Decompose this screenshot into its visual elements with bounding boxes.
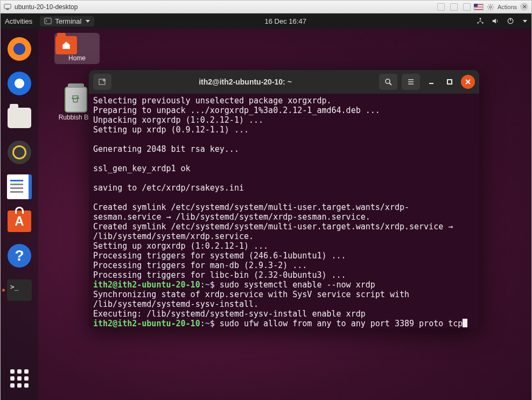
host-view-button-3[interactable]: [463, 3, 471, 11]
vm-window: ubuntu-20-10-desktop Actions ✕ Activitie…: [0, 0, 532, 400]
terminal-icon: [7, 279, 32, 301]
home-folder-icon: [55, 36, 77, 54]
clock[interactable]: 16 Dec 16:47: [94, 17, 477, 25]
us-flag-icon[interactable]: [474, 4, 484, 10]
maximize-button[interactable]: [443, 75, 457, 89]
app-menu-label: Terminal: [55, 17, 81, 25]
gnome-topbar: Activities Terminal 16 Dec 16:47: [1, 13, 531, 29]
actions-button[interactable]: Actions: [498, 4, 517, 10]
minimize-button[interactable]: [424, 75, 438, 89]
svg-line-8: [492, 9, 493, 9]
chevron-down-icon: [86, 20, 90, 23]
dock-terminal[interactable]: [5, 276, 33, 304]
svg-rect-26: [447, 80, 452, 84]
svg-point-20: [386, 79, 390, 83]
new-tab-button[interactable]: [93, 74, 111, 90]
chevron-down-icon: [523, 20, 527, 23]
dock-files[interactable]: [5, 104, 33, 132]
network-icon: [477, 17, 484, 25]
dock-firefox[interactable]: [5, 35, 33, 63]
host-titlebar[interactable]: ubuntu-20-10-desktop Actions ✕: [1, 1, 531, 13]
host-controls: Actions ✕: [435, 3, 528, 11]
svg-rect-11: [45, 18, 51, 24]
svg-rect-0: [4, 4, 11, 8]
desktop-home-label: Home: [55, 54, 99, 62]
terminal-title: ith2@ith2-ubuntu-20-10: ~: [116, 78, 375, 86]
svg-line-9: [488, 9, 489, 9]
dock-libreoffice-writer[interactable]: [5, 173, 33, 201]
dock-rhythmbox[interactable]: [5, 138, 33, 166]
svg-point-2: [489, 6, 492, 8]
volume-icon: [492, 17, 499, 25]
terminal-small-icon: [44, 17, 52, 25]
close-button[interactable]: [461, 75, 475, 89]
thunderbird-icon: [8, 72, 31, 95]
svg-line-10: [492, 4, 493, 5]
libreoffice-writer-icon: [7, 174, 32, 199]
svg-line-21: [389, 83, 391, 85]
gear-icon[interactable]: [487, 3, 494, 11]
host-view-button-2[interactable]: [450, 3, 458, 11]
host-close-button[interactable]: ✕: [520, 3, 528, 11]
vm-monitor-icon: [4, 3, 11, 11]
dock-thunderbird[interactable]: [5, 69, 33, 97]
svg-line-7: [488, 4, 489, 5]
dock-software[interactable]: [5, 207, 33, 235]
hamburger-icon: [407, 78, 415, 86]
search-icon: [384, 78, 393, 86]
terminal-window[interactable]: ith2@ith2-ubuntu-20-10: ~ Selecting prev…: [89, 70, 479, 328]
help-icon: ?: [8, 244, 31, 268]
activities-button[interactable]: Activities: [5, 17, 32, 25]
rhythmbox-icon: [8, 141, 31, 164]
host-view-button-1[interactable]: [437, 3, 445, 11]
desktop-home-icon[interactable]: Home: [54, 33, 100, 64]
show-applications-button[interactable]: [9, 368, 30, 389]
new-tab-icon: [98, 78, 107, 86]
ubuntu-software-icon: [8, 210, 31, 232]
power-icon: [507, 17, 514, 25]
host-title: ubuntu-20-10-desktop: [15, 3, 78, 11]
terminal-output[interactable]: Selecting previously unselected package …: [89, 94, 479, 328]
hamburger-menu-button[interactable]: [402, 74, 420, 90]
dock-help[interactable]: ?: [5, 242, 33, 270]
svg-rect-1: [6, 9, 9, 10]
search-button[interactable]: [379, 74, 397, 90]
files-icon: [8, 108, 31, 128]
dock: ?: [1, 29, 38, 400]
trash-icon: [65, 87, 87, 113]
terminal-titlebar[interactable]: ith2@ith2-ubuntu-20-10: ~: [89, 70, 479, 94]
firefox-icon: [8, 37, 31, 61]
system-status-area[interactable]: [477, 17, 527, 25]
desktop[interactable]: ? Home Rubbish Bin: [1, 29, 531, 400]
app-menu[interactable]: Terminal: [40, 16, 94, 26]
